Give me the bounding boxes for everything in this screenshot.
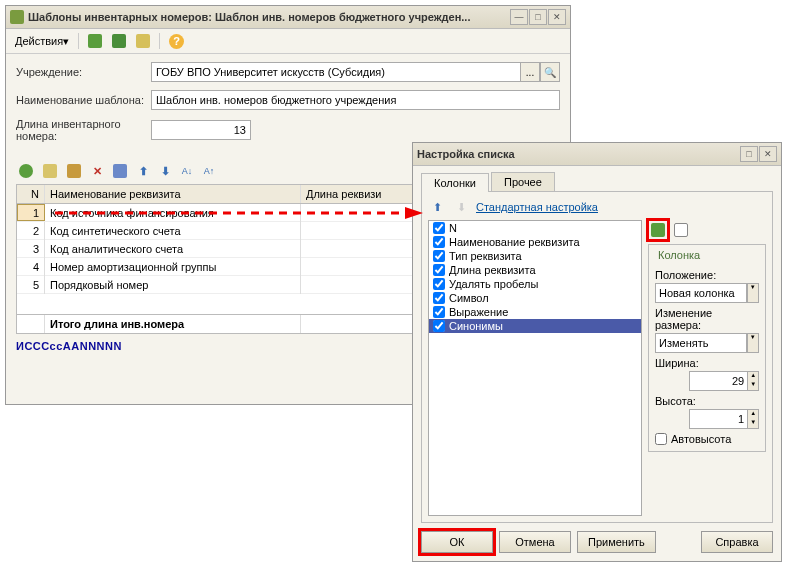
resize-label: Изменение размера: — [655, 307, 759, 331]
help-button[interactable]: Справка — [701, 531, 773, 553]
window-title: Шаблоны инвентарных номеров: Шаблон инв.… — [28, 11, 509, 23]
tab-other[interactable]: Прочее — [491, 172, 555, 191]
standard-settings-link[interactable]: Стандартная настройка — [476, 201, 598, 213]
dropdown-icon[interactable]: ▼ — [748, 284, 758, 302]
maximize-button[interactable]: □ — [529, 9, 547, 25]
dialog-tabs: Колонки Прочее — [413, 166, 781, 191]
grid-header-name[interactable]: Наименование реквизита — [45, 185, 301, 203]
checkbox[interactable] — [433, 264, 445, 276]
height-label: Высота: — [655, 395, 759, 407]
move-up-icon[interactable]: ⬆ — [428, 198, 446, 216]
column-side-panel: Колонка Положение: ▼ Изменение размера: … — [648, 220, 766, 516]
check-all-button[interactable] — [648, 220, 668, 240]
checkbox[interactable] — [433, 250, 445, 262]
inv-length-label: Длина инвентарного номера: — [16, 118, 151, 142]
check-item[interactable]: N — [429, 221, 641, 235]
grid-edit-button[interactable] — [64, 162, 84, 180]
width-input[interactable] — [689, 371, 747, 391]
grid-sort-desc-button[interactable]: A↑ — [200, 162, 218, 180]
checkbox[interactable] — [433, 222, 445, 234]
column-fieldset: Колонка Положение: ▼ Изменение размера: … — [648, 244, 766, 452]
main-toolbar: Действия ▾ ? — [6, 29, 570, 54]
fieldset-title: Колонка — [655, 249, 703, 261]
institution-search-button[interactable]: 🔍 — [540, 62, 560, 82]
grid-sort-asc-button[interactable]: A↓ — [178, 162, 196, 180]
position-label: Положение: — [655, 269, 759, 281]
institution-pick-button[interactable]: ... — [520, 62, 540, 82]
grid-delete-button[interactable]: ✕ — [88, 162, 106, 180]
dropdown-icon[interactable]: ▼ — [748, 334, 758, 352]
checkbox[interactable] — [433, 292, 445, 304]
institution-label: Учреждение: — [16, 66, 151, 78]
toolbar-icon-1[interactable] — [85, 32, 105, 50]
tab-toolbar: ⬆ ⬇ Стандартная настройка — [428, 198, 766, 216]
main-titlebar: Шаблоны инвентарных номеров: Шаблон инв.… — [6, 6, 570, 29]
check-item[interactable]: Выражение — [429, 305, 641, 319]
dialog-close-button[interactable]: ✕ — [759, 146, 777, 162]
checkbox[interactable] — [433, 278, 445, 290]
inv-length-input[interactable] — [151, 120, 251, 140]
dialog-title: Настройка списка — [417, 148, 739, 160]
minimize-button[interactable]: — — [510, 9, 528, 25]
checkbox[interactable] — [433, 306, 445, 318]
check-item-selected[interactable]: Синонимы — [429, 319, 641, 333]
autoheight-label: Автовысота — [671, 433, 731, 445]
checkbox[interactable] — [433, 320, 445, 332]
autoheight-checkbox[interactable] — [655, 433, 667, 445]
position-select[interactable] — [655, 283, 747, 303]
help-button[interactable]: ? — [166, 32, 187, 50]
cancel-button[interactable]: Отмена — [499, 531, 571, 553]
uncheck-all-button[interactable] — [671, 220, 691, 240]
institution-input[interactable] — [151, 62, 520, 82]
check-item[interactable]: Наименование реквизита — [429, 235, 641, 249]
close-button[interactable]: ✕ — [548, 9, 566, 25]
toolbar-icon-2[interactable] — [109, 32, 129, 50]
check-item[interactable]: Удалять пробелы — [429, 277, 641, 291]
check-item[interactable]: Длина реквизита — [429, 263, 641, 277]
tab-columns[interactable]: Колонки — [421, 173, 489, 192]
resize-select[interactable] — [655, 333, 747, 353]
dialog-titlebar: Настройка списка □ ✕ — [413, 143, 781, 166]
columns-checklist[interactable]: N Наименование реквизита Тип реквизита Д… — [428, 220, 642, 516]
grid-header-n[interactable]: N — [17, 185, 45, 203]
check-item[interactable]: Тип реквизита — [429, 249, 641, 263]
ok-button[interactable]: ОК — [421, 531, 493, 553]
toolbar-icon-3[interactable] — [133, 32, 153, 50]
list-settings-dialog: Настройка списка □ ✕ Колонки Прочее ⬆ ⬇ … — [412, 142, 782, 562]
apply-button[interactable]: Применить — [577, 531, 656, 553]
dialog-button-row: ОК Отмена Применить Справка — [413, 523, 781, 561]
spin-up[interactable]: ▲ — [748, 410, 758, 419]
template-name-label: Наименование шаблона: — [16, 94, 151, 106]
spin-down[interactable]: ▼ — [748, 381, 758, 390]
spin-up[interactable]: ▲ — [748, 372, 758, 381]
width-label: Ширина: — [655, 357, 759, 369]
actions-menu[interactable]: Действия ▾ — [12, 32, 72, 50]
grid-copy-button[interactable] — [40, 162, 60, 180]
spin-down[interactable]: ▼ — [748, 419, 758, 428]
move-down-icon[interactable]: ⬇ — [452, 198, 470, 216]
grid-add-button[interactable] — [16, 162, 36, 180]
dialog-maximize-button[interactable]: □ — [740, 146, 758, 162]
app-icon — [10, 10, 24, 24]
tab-body: ⬆ ⬇ Стандартная настройка N Наименование… — [421, 191, 773, 523]
checkbox[interactable] — [433, 236, 445, 248]
grid-moveup-button[interactable]: ⬆ — [134, 162, 152, 180]
grid-movedown-button[interactable]: ⬇ — [156, 162, 174, 180]
check-item[interactable]: Символ — [429, 291, 641, 305]
height-input[interactable] — [689, 409, 747, 429]
template-name-input[interactable] — [151, 90, 560, 110]
grid-save-button[interactable] — [110, 162, 130, 180]
